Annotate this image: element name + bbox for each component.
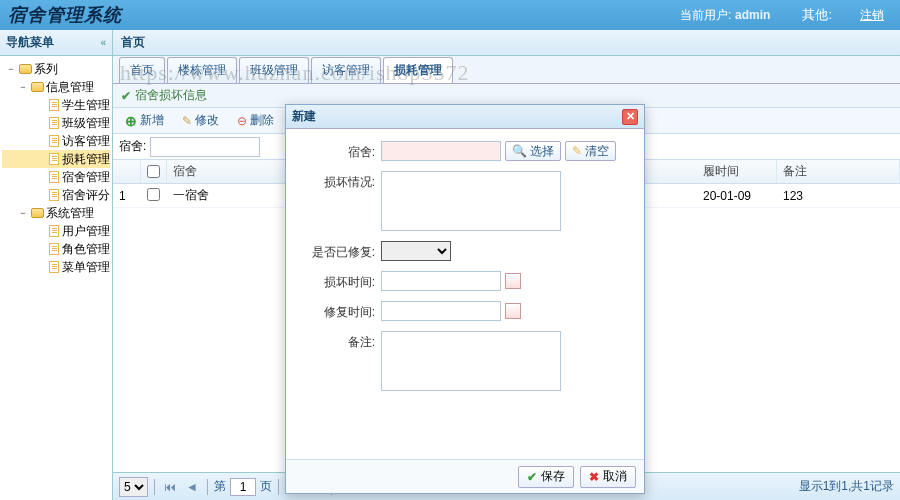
modal-footer: ✔保存 ✖取消 (286, 459, 644, 493)
save-button[interactable]: ✔保存 (518, 466, 574, 488)
damage-textarea[interactable] (381, 171, 561, 231)
calendar-icon[interactable] (505, 273, 521, 289)
fix-time-label: 修复时间: (296, 301, 381, 321)
calendar-icon[interactable] (505, 303, 521, 319)
select-button[interactable]: 🔍选择 (505, 141, 561, 161)
dorm-label: 宿舍: (296, 141, 381, 161)
dorm-input[interactable] (381, 141, 501, 161)
cross-icon: ✖ (589, 470, 599, 484)
clear-button[interactable]: ✎清空 (565, 141, 616, 161)
search-icon: 🔍 (512, 144, 527, 158)
fixed-select[interactable] (381, 241, 451, 261)
broom-icon: ✎ (572, 144, 582, 158)
modal-title: 新建 (292, 108, 316, 125)
damage-time-input[interactable] (381, 271, 501, 291)
modal-form: 宿舍: 🔍选择 ✎清空 损坏情况: 是否已修复: 损坏时间: 修复时间: 备注: (286, 129, 644, 459)
fix-time-input[interactable] (381, 301, 501, 321)
remark-textarea[interactable] (381, 331, 561, 391)
cancel-button[interactable]: ✖取消 (580, 466, 636, 488)
close-icon[interactable]: ✕ (622, 109, 638, 125)
fixed-label: 是否已修复: (296, 241, 381, 261)
damage-time-label: 损坏时间: (296, 271, 381, 291)
damage-label: 损坏情况: (296, 171, 381, 191)
check-icon: ✔ (527, 470, 537, 484)
remark-label: 备注: (296, 331, 381, 351)
create-modal: 新建 ✕ 宿舍: 🔍选择 ✎清空 损坏情况: 是否已修复: 损坏时间: 修复时间… (285, 104, 645, 494)
modal-header[interactable]: 新建 ✕ (286, 105, 644, 129)
